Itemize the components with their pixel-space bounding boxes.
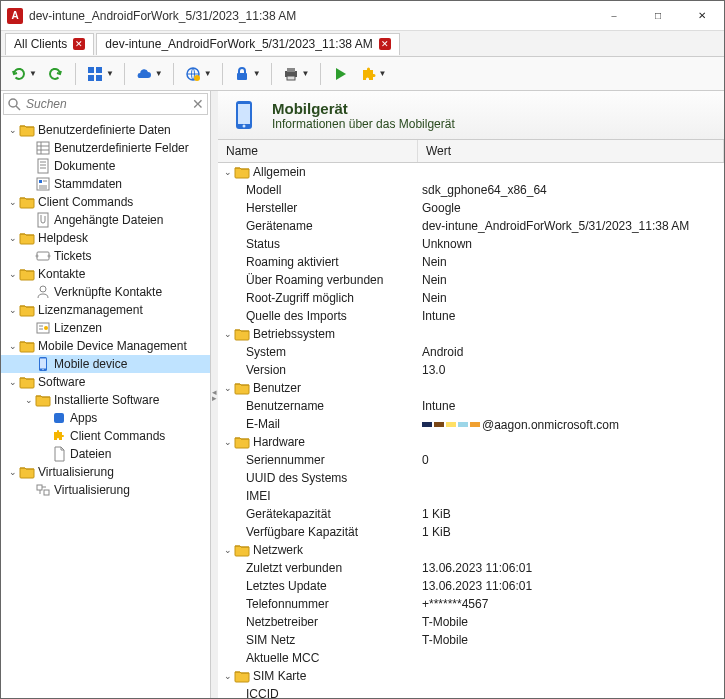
ticket-icon (35, 248, 51, 264)
twisty-icon[interactable]: ⌄ (7, 125, 19, 135)
tree-node[interactable]: ⌄Helpdesk (1, 229, 210, 247)
clear-search-button[interactable]: ✕ (189, 96, 207, 112)
property-value: Intune (422, 309, 455, 323)
cloud-button[interactable]: ▼ (133, 63, 165, 85)
app-icon: A (7, 8, 23, 24)
twisty-icon[interactable]: ⌄ (222, 329, 234, 339)
group-row[interactable]: ⌄Hardware (218, 433, 724, 451)
tree-node[interactable]: ⌄Mobile Device Management (1, 337, 210, 355)
undo-icon (9, 65, 27, 83)
folder-icon (19, 122, 35, 138)
plugin-button[interactable]: ▼ (357, 63, 389, 85)
twisty-icon[interactable]: ⌄ (222, 167, 234, 177)
property-grid[interactable]: Name Wert ⌄AllgemeinModellsdk_gphone64_x… (218, 140, 724, 698)
separator (75, 63, 76, 85)
folder-icon (19, 266, 35, 282)
property-row: SystemAndroid (218, 343, 724, 361)
tree-node[interactable]: Dokumente (1, 157, 210, 175)
play-button[interactable] (329, 63, 351, 85)
tree-node[interactable]: ⌄Client Commands (1, 193, 210, 211)
censored-value: @aagon.onmicrosoft.com (422, 418, 619, 432)
twisty-icon[interactable]: ⌄ (7, 233, 19, 243)
twisty-icon[interactable]: ⌄ (7, 305, 19, 315)
twisty-icon[interactable]: ⌄ (222, 437, 234, 447)
property-name: Netzwerk (253, 543, 303, 557)
property-name: Quelle des Imports (246, 309, 347, 323)
column-value[interactable]: Wert (418, 140, 724, 162)
svg-line-11 (16, 106, 20, 110)
redo-button[interactable] (45, 63, 67, 85)
toolbar: ▼ ▼ ▼ ▼ ▼ ▼ ▼ (1, 57, 724, 91)
twisty-icon[interactable]: ⌄ (7, 269, 19, 279)
tab-active-device[interactable]: dev-intune_AndroidForWork_5/31/2023_11:3… (96, 33, 399, 55)
tree-label: Dateien (70, 447, 111, 461)
minimize-button[interactable]: – (592, 1, 636, 31)
group-row[interactable]: ⌄Benutzer (218, 379, 724, 397)
virt-icon (35, 482, 51, 498)
twisty-icon[interactable]: ⌄ (222, 383, 234, 393)
tree-node[interactable]: Mobile device (1, 355, 210, 373)
tree-node[interactable]: Verknüpfte Kontakte (1, 283, 210, 301)
maximize-button[interactable]: □ (636, 1, 680, 31)
globe-icon (184, 65, 202, 83)
splitter[interactable]: ◂▸ (211, 91, 218, 698)
twisty-icon[interactable]: ⌄ (7, 341, 19, 351)
globe-button[interactable]: ▼ (182, 63, 214, 85)
twisty-icon[interactable]: ⌄ (7, 467, 19, 477)
redo-icon (47, 65, 65, 83)
folder-icon (234, 668, 250, 684)
property-row: UUID des Systems (218, 469, 724, 487)
search-input[interactable] (24, 95, 189, 113)
tree-node[interactable]: Lizenzen (1, 319, 210, 337)
grip-icon: ◂▸ (212, 389, 217, 401)
tree-node[interactable]: Tickets (1, 247, 210, 265)
group-row[interactable]: ⌄Allgemein (218, 163, 724, 181)
nav-tree[interactable]: ⌄Benutzerdefinierte DatenBenutzerdefinie… (1, 117, 210, 698)
undo-button[interactable]: ▼ (7, 63, 39, 85)
property-name: Version (246, 363, 286, 377)
close-icon[interactable]: ✕ (379, 38, 391, 50)
column-name[interactable]: Name (218, 140, 418, 162)
lock-button[interactable]: ▼ (231, 63, 263, 85)
tree-label: Client Commands (38, 195, 133, 209)
tree-node[interactable]: Benutzerdefinierte Felder (1, 139, 210, 157)
twisty-icon[interactable]: ⌄ (23, 395, 35, 405)
twisty-icon[interactable]: ⌄ (222, 671, 234, 681)
tree-node[interactable]: ⌄Lizenzmanagement (1, 301, 210, 319)
folder-icon (234, 164, 250, 180)
tree-node[interactable]: ⌄Kontakte (1, 265, 210, 283)
twisty-icon[interactable]: ⌄ (7, 377, 19, 387)
folder-icon (19, 230, 35, 246)
tree-node[interactable]: Stammdaten (1, 175, 210, 193)
twisty-icon[interactable]: ⌄ (7, 197, 19, 207)
print-button[interactable]: ▼ (280, 63, 312, 85)
tree-node[interactable]: Virtualisierung (1, 481, 210, 499)
twisty-icon[interactable]: ⌄ (222, 545, 234, 555)
tree-node[interactable]: Dateien (1, 445, 210, 463)
group-row[interactable]: ⌄Netzwerk (218, 541, 724, 559)
tree-node[interactable]: ⌄Software (1, 373, 210, 391)
close-button[interactable]: ✕ (680, 1, 724, 31)
tree-node[interactable]: ⌄Benutzerdefinierte Daten (1, 121, 210, 139)
svg-point-5 (194, 75, 200, 81)
play-icon (331, 65, 349, 83)
tree-label: Mobile Device Management (38, 339, 187, 353)
tree-node[interactable]: Apps (1, 409, 210, 427)
panel-subtitle: Informationen über das Mobilgerät (272, 117, 455, 131)
property-name: Telefonnummer (246, 597, 329, 611)
attach-icon (35, 212, 51, 228)
tree-node[interactable]: ⌄Virtualisierung (1, 463, 210, 481)
tree-node[interactable]: Client Commands (1, 427, 210, 445)
tiles-button[interactable]: ▼ (84, 63, 116, 85)
group-row[interactable]: ⌄Betriebssystem (218, 325, 724, 343)
cloud-icon (135, 65, 153, 83)
group-row[interactable]: ⌄SIM Karte (218, 667, 724, 685)
tab-all-clients[interactable]: All Clients ✕ (5, 33, 94, 55)
tree-node[interactable]: Angehängte Dateien (1, 211, 210, 229)
property-row: Über Roaming verbundenNein (218, 271, 724, 289)
property-name: Seriennummer (246, 453, 325, 467)
close-icon[interactable]: ✕ (73, 38, 85, 50)
tree-label: Verknüpfte Kontakte (54, 285, 162, 299)
tree-node[interactable]: ⌄Installierte Software (1, 391, 210, 409)
property-name: Allgemein (253, 165, 306, 179)
